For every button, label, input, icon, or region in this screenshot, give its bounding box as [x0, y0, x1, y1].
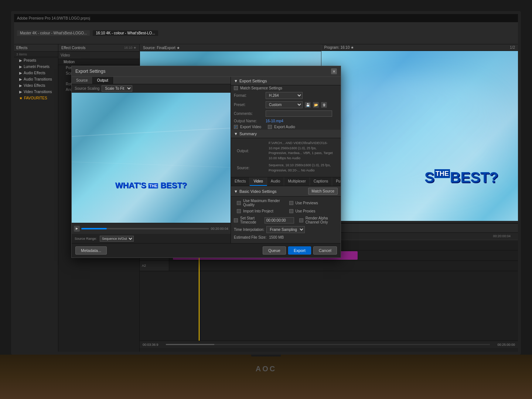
output-name-label: Output Name: — [234, 119, 263, 123]
use-max-render-quality-row: Use Maximum Render Quality — [234, 198, 286, 208]
audio-tab[interactable]: Audio — [267, 177, 284, 186]
publish-tab[interactable]: Publish — [332, 177, 341, 186]
comments-label: Comments: — [234, 112, 263, 116]
effects-tab[interactable]: Effects — [231, 177, 250, 186]
import-into-project-row: Import Into Project — [234, 208, 286, 214]
effect-controls-clip: 16:10 ★ — [124, 46, 136, 50]
sidebar-item-lumetri[interactable]: ▶ Lumetri Presets — [14, 64, 58, 70]
format-row: Format: H.264 — [231, 91, 341, 100]
format-select[interactable]: H.264 — [266, 92, 303, 99]
audio-transitions-icon: ▶ — [19, 77, 22, 81]
sidebar-item-video-transitions[interactable]: ▶ Video Transitions — [14, 89, 58, 95]
export-audio-label: Export Audio — [274, 125, 295, 129]
panel-tab-16-10[interactable]: 16:10 4K - colour - What'sBest-LO... — [93, 30, 158, 36]
effect-controls-title: Effect Controls — [61, 46, 85, 50]
match-sequence-checkbox[interactable] — [234, 86, 238, 90]
video-section: Video — [58, 52, 139, 59]
summary-source-label: Source: — [237, 166, 266, 170]
summary-section-header[interactable]: ▼ Summary — [231, 130, 341, 138]
export-button[interactable]: Export — [288, 246, 311, 255]
set-start-timecode-checkbox[interactable] — [234, 218, 238, 222]
program-monitor-title: Program: 16:10 ★ — [324, 45, 354, 50]
panel-tab-master[interactable]: Master 4K - colour - What'sBest-LOGO... — [17, 30, 90, 36]
export-output-tab[interactable]: Output — [93, 77, 113, 84]
render-alpha-label: Render Alpha Channel Only — [306, 216, 338, 224]
sidebar-item-presets[interactable]: ▶ Presets — [14, 57, 58, 64]
import-preset-icon[interactable]: 📂 — [313, 102, 319, 108]
summary-label: Summary — [239, 132, 257, 136]
title-bar: Adobe Premiere Pro 14.0/WTB LOGO.prproj — [14, 14, 518, 22]
timeline-current-time: 00:03:36:9 — [143, 343, 158, 347]
export-video-checkbox[interactable]: ✓ — [234, 125, 238, 129]
export-dialog-buttons: Metadata... Queue Export Cancel — [72, 243, 341, 258]
metadata-button[interactable]: Metadata... — [75, 246, 107, 255]
estimated-size-label: Estimated File Size: — [234, 235, 266, 239]
set-start-timecode-label: Set Start Timecode — [240, 216, 262, 224]
video-transitions-icon: ▶ — [19, 90, 22, 94]
monitor-brand-label: AOC — [256, 365, 276, 373]
export-source-tab[interactable]: Source — [72, 77, 93, 84]
import-into-project-checkbox[interactable] — [237, 209, 241, 213]
use-proxies-checkbox[interactable] — [289, 209, 293, 213]
save-preset-icon[interactable]: 💾 — [305, 102, 311, 108]
sidebar-item-audio-effects[interactable]: ▶ Audio Effects — [14, 70, 58, 76]
video-tab[interactable]: Video — [250, 177, 267, 186]
render-alpha-checkbox[interactable] — [299, 218, 303, 222]
source-range-select[interactable]: Sequence In/Out — [100, 236, 134, 242]
sidebar-item-favourites[interactable]: ★ FAVOURITES — [14, 95, 58, 101]
export-preview-tabs: Source Output — [72, 77, 231, 84]
preset-row: Preset: Custom 💾 📂 🗑 — [231, 100, 341, 109]
source-monitor-title: Source: FinalExport ★ — [143, 46, 180, 50]
cancel-button[interactable]: Cancel — [313, 246, 337, 255]
summary-source-value: Sequence, 16:10 2580x1600 (1.0), 25 fps,… — [269, 163, 335, 173]
export-action-buttons: Queue Export Cancel — [263, 246, 337, 255]
export-video-label: Export Video — [240, 125, 261, 129]
effect-controls-header: Effect Controls 16:10 ★ — [58, 44, 139, 52]
source-monitor-header: Source: FinalExport ★ — [140, 45, 321, 51]
summary-collapse-icon: ▼ — [234, 132, 238, 136]
monitor: Adobe Premiere Pro 14.0/WTB LOGO.prproj … — [11, 11, 521, 355]
estimated-file-size-row: Estimated File Size: 1500 MB — [231, 234, 341, 241]
time-interpolation-row: Time Interpolation: Frame Sampling — [231, 225, 341, 234]
format-label: Format: — [234, 93, 263, 98]
track-a2-content — [169, 261, 518, 271]
use-previews-label: Use Previews — [296, 201, 318, 205]
video-effects-icon: ▶ — [19, 83, 22, 88]
bvs-checkboxes: Use Maximum Render Quality Use Previews … — [231, 197, 341, 215]
export-preview-play-btn[interactable]: ▶ — [74, 226, 80, 232]
sidebar-item-video-effects[interactable]: ▶ Video Effects — [14, 82, 58, 89]
use-proxies-label: Use Proxies — [296, 209, 316, 213]
captions-tab[interactable]: Captions — [310, 177, 332, 186]
queue-button[interactable]: Queue — [263, 246, 286, 255]
export-preview-progress[interactable] — [81, 228, 209, 229]
timeline-scrollbar[interactable] — [166, 344, 490, 345]
comments-input[interactable] — [266, 110, 332, 117]
program-text-display: STHEBEST? — [424, 166, 498, 187]
comments-row: Comments: — [231, 109, 341, 118]
use-max-render-quality-checkbox[interactable] — [237, 201, 241, 205]
source-scaling-select[interactable]: Scale To Fit — [102, 85, 132, 92]
timeline-scrollbar-thumb[interactable] — [166, 344, 215, 345]
export-settings-section-header[interactable]: ▼ Export Settings — [231, 77, 341, 85]
start-timecode-input[interactable] — [265, 217, 294, 224]
summary-output-row: Output: F:\ARCH... AND VIDEO\final\VIDEO… — [234, 140, 338, 162]
multiplexer-tab[interactable]: Multiplexer — [284, 177, 310, 186]
preset-select[interactable]: Custom — [266, 101, 303, 108]
export-audio-checkbox[interactable] — [268, 125, 272, 129]
ruler-out-point: 00:20:00:04 — [493, 234, 511, 238]
items-count: 3 items — [16, 52, 27, 56]
timeline-footer: 00:03:36:9 00:25:00:00 — [140, 341, 518, 348]
use-previews-checkbox[interactable] — [289, 201, 293, 205]
export-preview-panel: Source Output Source Scaling Scale To Fi… — [72, 77, 231, 243]
sidebar-item-audio-transitions[interactable]: ▶ Audio Transitions — [14, 76, 58, 82]
use-previews-row: Use Previews — [286, 198, 338, 208]
delete-preset-icon[interactable]: 🗑 — [321, 102, 327, 108]
export-settings-panel: ▼ Export Settings Match Sequence Setting… — [231, 77, 341, 243]
motion-section: Motion — [58, 59, 139, 65]
bvs-title-row: ▼ Basic Video Settings — [234, 189, 277, 194]
output-name-value[interactable]: 16-10.mp4 — [266, 119, 283, 123]
export-dialog-close-button[interactable]: ✕ — [331, 68, 337, 74]
export-dialog-titlebar: Export Settings ✕ — [72, 66, 341, 77]
match-source-button[interactable]: Match Source — [308, 188, 338, 195]
time-interpolation-select[interactable]: Frame Sampling — [266, 226, 305, 233]
